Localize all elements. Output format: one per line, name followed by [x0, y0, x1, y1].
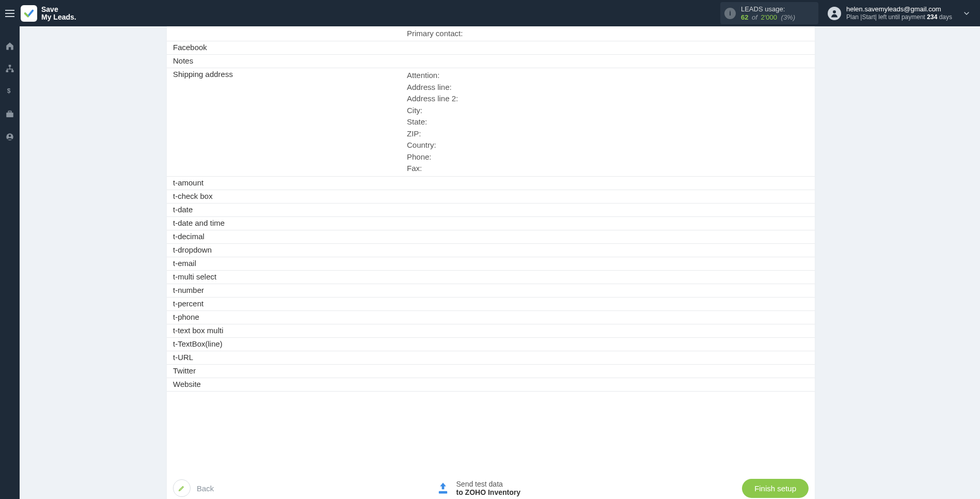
nav-connections[interactable] [5, 64, 15, 74]
field-label: Website [167, 378, 407, 390]
usage-label: LEADS usage: [741, 5, 811, 13]
table-row[interactable]: t-date [167, 204, 815, 217]
field-value [407, 55, 815, 58]
chevron-down-icon [962, 9, 971, 18]
table-row[interactable]: t-text box multi [167, 324, 815, 338]
usage-values: 62 of 2'000 (3%) [741, 13, 811, 21]
sidebar: $ [0, 26, 20, 499]
field-subvalue: City: [407, 105, 810, 117]
table-row[interactable]: t-email [167, 257, 815, 271]
back-button[interactable]: Back [173, 479, 214, 497]
table-row[interactable]: Notes [167, 55, 815, 68]
brand-logo-icon [21, 5, 37, 22]
field-value [407, 244, 815, 247]
brand-text: Save My Leads. [41, 6, 76, 21]
table-row[interactable]: t-decimal [167, 230, 815, 244]
table-row[interactable]: Website [167, 378, 815, 392]
brand[interactable]: Save My Leads. [21, 5, 76, 22]
menu-toggle[interactable] [0, 0, 20, 26]
field-label: t-amount [167, 177, 407, 189]
svg-point-8 [9, 135, 11, 137]
table-row[interactable]: Shipping addressAttention:Address line:A… [167, 68, 815, 177]
hamburger-icon [5, 10, 14, 17]
usage-total: 2'000 [761, 13, 777, 21]
table-row[interactable]: t-TextBox(line) [167, 338, 815, 351]
field-label: t-date and time [167, 217, 407, 229]
field-value [407, 271, 815, 274]
nav-briefcase[interactable] [5, 109, 15, 119]
pencil-icon [173, 479, 191, 497]
field-subvalue: ZIP: [407, 128, 810, 140]
field-value [407, 298, 815, 301]
field-value: Attention:Address line:Address line 2:Ci… [407, 68, 815, 176]
back-label: Back [197, 484, 214, 493]
svg-rect-1 [9, 65, 11, 67]
field-label: t-phone [167, 311, 407, 323]
usage-of: of [752, 13, 757, 21]
field-label: Facebook [167, 41, 407, 53]
user-menu-toggle[interactable] [956, 0, 977, 26]
field-label: t-TextBox(line) [167, 338, 407, 350]
plan-prefix: Plan |Start| left until payment [846, 13, 927, 21]
nav-billing[interactable]: $ [5, 86, 15, 97]
field-value [407, 351, 815, 354]
table-row[interactable]: t-number [167, 284, 815, 298]
table-row[interactable]: t-check box [167, 190, 815, 204]
field-label: t-dropdown [167, 244, 407, 256]
field-value [407, 324, 815, 328]
table-row[interactable]: Twitter [167, 365, 815, 378]
field-label: t-text box multi [167, 324, 407, 336]
table-row[interactable]: t-date and time [167, 217, 815, 230]
table-row[interactable]: t-percent [167, 298, 815, 311]
nav-account[interactable] [5, 132, 15, 142]
table-row[interactable]: t-URL [167, 351, 815, 365]
field-value [407, 257, 815, 260]
footer-actions: Back Send test data to ZOHO Inventory Fi… [173, 473, 809, 499]
table-row[interactable]: Facebook [167, 41, 815, 55]
table-row[interactable]: t-phone [167, 311, 815, 324]
svg-text:$: $ [7, 87, 11, 95]
finish-setup-button[interactable]: Finish setup [742, 479, 809, 498]
field-value [407, 41, 815, 44]
field-value: Fax: Primary contact: [407, 26, 815, 41]
field-label: t-number [167, 284, 407, 296]
upload-icon [436, 481, 450, 495]
briefcase-icon [5, 110, 14, 119]
user-circle-icon [5, 132, 14, 142]
sitemap-icon [5, 64, 14, 73]
field-label: t-date [167, 204, 407, 215]
leads-usage[interactable]: i LEADS usage: 62 of 2'000 (3%) [720, 2, 818, 24]
usage-used: 62 [741, 13, 748, 21]
send-test-button[interactable]: Send test data to ZOHO Inventory [436, 480, 520, 497]
table-row[interactable]: t-dropdown [167, 244, 815, 257]
user-email: helen.savemyleads@gmail.com [846, 5, 952, 13]
nav-home[interactable] [5, 41, 15, 51]
table-row[interactable]: t-multi select [167, 271, 815, 284]
svg-point-0 [833, 10, 836, 13]
field-value [407, 338, 815, 341]
field-subvalue: State: [407, 116, 810, 128]
home-icon [5, 41, 14, 51]
field-subvalue: Fax: [407, 163, 810, 175]
svg-rect-6 [8, 111, 11, 113]
plan-suffix: days [937, 13, 952, 21]
table-row[interactable]: t-amount [167, 177, 815, 190]
send-line2: to ZOHO Inventory [456, 488, 520, 496]
brand-line2: My Leads. [41, 13, 76, 21]
field-value [407, 365, 815, 368]
field-label: t-URL [167, 351, 407, 363]
field-value [407, 204, 815, 207]
user-block[interactable]: helen.savemyleads@gmail.com Plan |Start|… [828, 5, 952, 21]
svg-rect-9 [438, 491, 447, 494]
field-value [407, 190, 815, 193]
field-table: Fax: Primary contact: FacebookNotesShipp… [167, 26, 815, 392]
field-subvalue: Attention: [407, 70, 810, 82]
dollar-icon: $ [6, 87, 14, 96]
field-value [407, 230, 815, 233]
table-row[interactable]: Fax: Primary contact: [167, 26, 815, 41]
field-value [407, 177, 815, 180]
stage: Fax: Primary contact: FacebookNotesShipp… [20, 26, 980, 499]
field-subvalue: Address line: [407, 82, 810, 93]
field-label: t-percent [167, 298, 407, 309]
field-value [407, 378, 815, 381]
